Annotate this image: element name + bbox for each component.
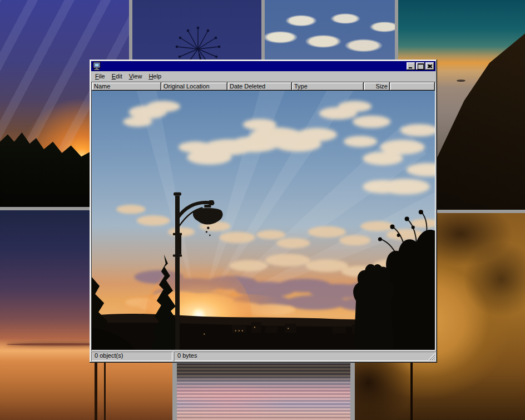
sunset-lamppost-photo [92,91,435,350]
titlebar[interactable] [91,61,435,71]
recycle-bin-window[interactable]: File Edit View Help Name Original Locati… [90,60,437,363]
status-total-size: 0 bytes [174,352,435,361]
minimize-icon[interactable] [407,62,415,70]
close-icon[interactable] [425,62,434,70]
maximize-icon[interactable] [416,62,425,70]
water-pole-silhouette [95,353,97,420]
lamp-pole-silhouette [410,359,413,420]
water-pole-silhouette [104,354,106,420]
wallpaper-photo-water-reflection [177,363,350,420]
desktop: File Edit View Help Name Original Locati… [0,0,525,420]
column-header-size[interactable]: Size [364,82,390,91]
column-header-type[interactable]: Type [292,82,364,91]
menu-help[interactable]: Help [145,72,165,81]
menu-file[interactable]: File [92,72,108,81]
resize-grip-icon[interactable] [428,353,435,360]
column-header-row: Name Original Location Date Deleted Type… [92,82,435,91]
menu-edit[interactable]: Edit [108,72,126,81]
status-object-count: 0 object(s) [91,352,172,361]
column-header-filler [390,82,435,91]
status-bar: 0 object(s) 0 bytes [91,352,435,361]
column-header-original-location[interactable]: Original Location [161,82,227,91]
column-header-date-deleted[interactable]: Date Deleted [227,82,292,91]
list-view-area[interactable] [92,91,435,350]
island-silhouette [457,80,465,82]
menu-bar: File Edit View Help [91,71,435,82]
column-header-name[interactable]: Name [92,82,161,91]
menu-view[interactable]: View [126,72,146,81]
list-view: Name Original Location Date Deleted Type… [91,82,435,350]
computer-icon[interactable] [92,62,101,71]
